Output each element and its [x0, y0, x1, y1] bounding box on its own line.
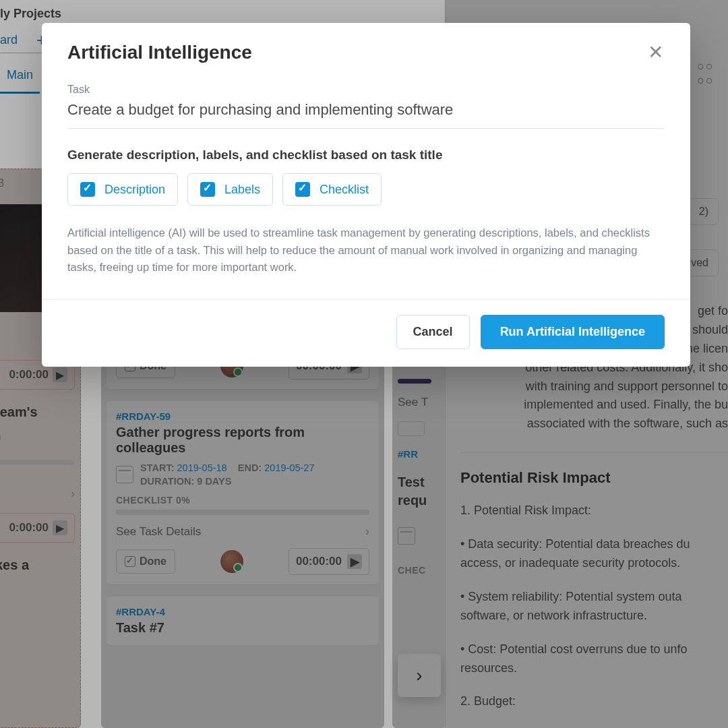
chip-checklist[interactable]: Checklist [282, 173, 382, 206]
run-ai-button[interactable]: Run Artificial Intelligence [481, 315, 665, 349]
modal-title: Artificial Intelligence [67, 42, 252, 63]
field-label-task: Task [67, 84, 665, 96]
checkbox-checked-icon [200, 182, 215, 197]
ai-modal: Artificial Intelligence ✕ Task Create a … [42, 23, 690, 367]
help-text: Artificial intelligence (AI) will be use… [67, 224, 665, 276]
close-icon[interactable]: ✕ [646, 42, 665, 63]
modal-footer: Cancel Run Artificial Intelligence [42, 299, 690, 367]
chip-label: Labels [224, 183, 260, 197]
options-row: Description Labels Checklist [67, 173, 665, 206]
cancel-button[interactable]: Cancel [396, 315, 470, 349]
chip-labels[interactable]: Labels [187, 173, 273, 206]
task-name-value: Create a budget for purchasing and imple… [67, 101, 665, 129]
generate-heading: Generate description, labels, and checkl… [67, 148, 665, 162]
checkbox-checked-icon [295, 182, 310, 197]
chip-label: Checklist [320, 183, 369, 197]
chip-description[interactable]: Description [67, 173, 178, 206]
checkbox-checked-icon [80, 182, 95, 197]
chip-label: Description [104, 183, 165, 197]
